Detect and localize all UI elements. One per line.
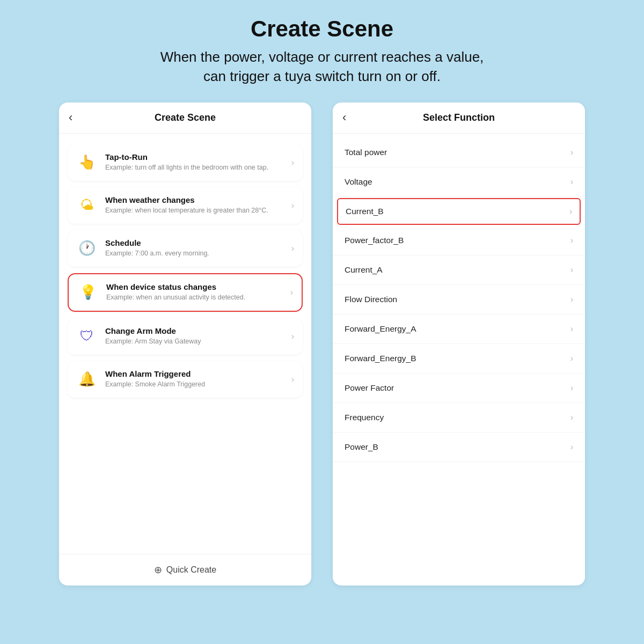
quick-create-icon: ⊕ (154, 564, 162, 576)
arrow-device: › (290, 288, 293, 297)
function-item-4[interactable]: Current_A› (333, 255, 585, 285)
function-item-7[interactable]: Forward_Energy_B› (333, 344, 585, 374)
function-arrow-5: › (570, 295, 573, 304)
function-arrow-2: › (569, 207, 572, 216)
function-item-3[interactable]: Power_factor_B› (333, 226, 585, 255)
back-button-right[interactable]: ‹ (342, 111, 346, 125)
page-title: Create Scene (251, 16, 393, 42)
device-icon: 💡 (77, 282, 99, 303)
function-arrow-4: › (570, 265, 573, 275)
scene-item-alarm[interactable]: 🔔 When Alarm Triggered Example: Smoke Al… (68, 361, 303, 398)
function-label-8: Power Factor (345, 383, 394, 393)
scene-item-weather[interactable]: 🌤 When weather changes Example: when loc… (68, 187, 303, 224)
function-item-1[interactable]: Voltage› (333, 167, 585, 197)
scene-text-tap: Tap-to-Run Example: turn off all lights … (105, 152, 284, 173)
function-arrow-0: › (570, 148, 573, 157)
function-arrow-10: › (570, 442, 573, 452)
quick-create-bar[interactable]: ⊕ Quick Create (59, 554, 311, 586)
function-arrow-8: › (570, 383, 573, 393)
scene-text-weather: When weather changes Example: when local… (105, 195, 284, 216)
create-scene-header: ‹ Create Scene (59, 103, 311, 134)
function-item-9[interactable]: Frequency› (333, 403, 585, 433)
function-arrow-9: › (570, 413, 573, 422)
function-label-4: Current_A (345, 265, 383, 275)
scene-desc-device: Example: when an unusual activity is det… (106, 293, 283, 303)
function-label-10: Power_B (345, 442, 378, 452)
scene-list: 👆 Tap-to-Run Example: turn off all light… (59, 134, 311, 554)
arrow-alarm: › (291, 375, 294, 384)
scene-item-device-status[interactable]: 💡 When device status changes Example: wh… (68, 273, 303, 312)
select-function-panel: ‹ Select Function Total power›Voltage›Cu… (333, 103, 585, 586)
function-arrow-1: › (570, 177, 573, 187)
function-arrow-6: › (570, 324, 573, 334)
arrow-schedule: › (291, 244, 294, 253)
scene-desc-weather: Example: when local temperature is great… (105, 206, 284, 216)
function-list: Total power›Voltage›Current_B›Power_fact… (333, 134, 585, 586)
function-label-0: Total power (345, 148, 387, 157)
back-button-left[interactable]: ‹ (69, 111, 72, 125)
function-arrow-3: › (570, 236, 573, 245)
scene-title-tap: Tap-to-Run (105, 152, 284, 162)
scene-title-device: When device status changes (106, 282, 283, 291)
function-label-5: Flow Direction (345, 295, 397, 304)
function-label-6: Forward_Energy_A (345, 324, 416, 334)
scene-text-device: When device status changes Example: when… (106, 282, 283, 303)
function-item-5[interactable]: Flow Direction› (333, 285, 585, 314)
function-item-10[interactable]: Power_B› (333, 433, 585, 462)
scene-desc-alarm: Example: Smoke Alarm Triggered (105, 380, 284, 390)
scene-title-arm: Change Arm Mode (105, 326, 284, 335)
tap-icon: 👆 (76, 152, 98, 173)
alarm-icon: 🔔 (76, 369, 98, 390)
function-item-8[interactable]: Power Factor› (333, 374, 585, 403)
page-subtitle: When the power, voltage or current reach… (160, 47, 484, 86)
function-label-9: Frequency (345, 413, 384, 422)
schedule-icon: 🕐 (76, 238, 98, 259)
function-item-0[interactable]: Total power› (333, 138, 585, 167)
scene-item-tap-to-run[interactable]: 👆 Tap-to-Run Example: turn off all light… (68, 144, 303, 181)
quick-create-label: Quick Create (166, 565, 216, 575)
scene-item-arm-mode[interactable]: 🛡 Change Arm Mode Example: Arm Stay via … (68, 318, 303, 355)
select-function-title: Select Function (423, 112, 495, 123)
arrow-arm: › (291, 332, 294, 341)
phones-row: ‹ Create Scene 👆 Tap-to-Run Example: tur… (21, 103, 623, 586)
create-scene-title: Create Scene (155, 112, 216, 123)
scene-title-schedule: Schedule (105, 238, 284, 247)
scene-text-alarm: When Alarm Triggered Example: Smoke Alar… (105, 369, 284, 390)
scene-desc-tap: Example: turn off all lights in the bedr… (105, 163, 284, 173)
scene-title-alarm: When Alarm Triggered (105, 369, 284, 378)
weather-icon: 🌤 (76, 195, 98, 216)
function-label-2: Current_B (346, 207, 384, 216)
function-item-6[interactable]: Forward_Energy_A› (333, 314, 585, 344)
scene-desc-arm: Example: Arm Stay via Gateway (105, 337, 284, 347)
function-item-2[interactable]: Current_B› (337, 198, 581, 225)
function-arrow-7: › (570, 354, 573, 363)
arm-icon: 🛡 (76, 326, 98, 347)
scene-title-weather: When weather changes (105, 195, 284, 204)
select-function-header: ‹ Select Function (333, 103, 585, 134)
scene-text-arm: Change Arm Mode Example: Arm Stay via Ga… (105, 326, 284, 347)
scene-item-schedule[interactable]: 🕐 Schedule Example: 7:00 a.m. every morn… (68, 230, 303, 267)
scene-text-schedule: Schedule Example: 7:00 a.m. every mornin… (105, 238, 284, 259)
function-label-3: Power_factor_B (345, 236, 404, 245)
arrow-weather: › (291, 201, 294, 210)
function-label-1: Voltage (345, 177, 372, 187)
create-scene-panel: ‹ Create Scene 👆 Tap-to-Run Example: tur… (59, 103, 311, 586)
arrow-tap: › (291, 158, 294, 167)
scene-desc-schedule: Example: 7:00 a.m. every morning. (105, 249, 284, 259)
function-label-7: Forward_Energy_B (345, 354, 416, 363)
